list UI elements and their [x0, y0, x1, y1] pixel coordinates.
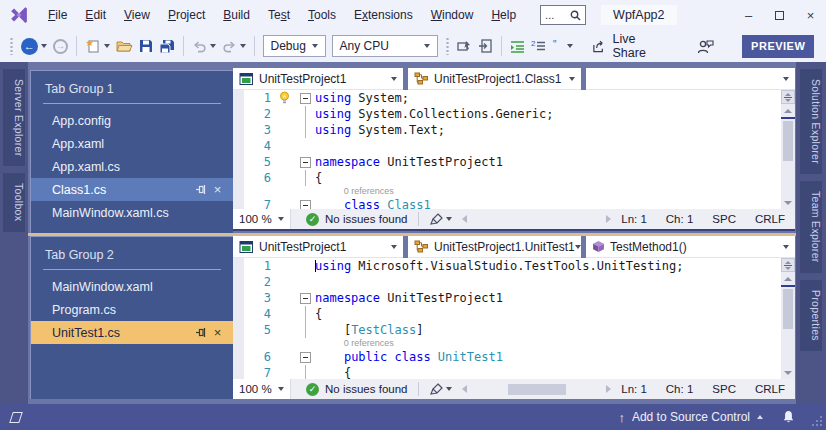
minimize-button[interactable]: – [733, 0, 764, 30]
code-area[interactable]: 1using System;2using System.Collections.… [233, 90, 795, 209]
file-tab-app.xaml[interactable]: App.xaml× [31, 132, 233, 155]
collapse-icon[interactable] [300, 93, 311, 104]
save-all-button[interactable] [156, 34, 178, 58]
file-tab-mainwindow.xaml[interactable]: MainWindow.xaml× [31, 275, 233, 298]
navigate-forward-button[interactable]: → [50, 34, 71, 58]
outlining-margin[interactable] [295, 106, 315, 122]
close-icon[interactable]: × [209, 182, 226, 197]
sidebar-tab-server-explorer[interactable]: Server Explorer [3, 69, 25, 166]
undo-button[interactable] [189, 34, 219, 58]
send-feedback-button[interactable] [694, 34, 717, 58]
collapse-icon[interactable] [300, 352, 311, 363]
maximize-button[interactable] [764, 0, 795, 30]
collapse-icon[interactable] [300, 157, 311, 168]
close-button[interactable]: × [795, 0, 826, 30]
zoom-dropdown[interactable]: 100 % [233, 209, 291, 229]
file-tab-program.cs[interactable]: Program.cs× [31, 298, 233, 321]
scroll-down-arrow[interactable] [784, 201, 792, 205]
scroll-down-arrow[interactable] [784, 371, 792, 375]
menu-item-build[interactable]: Build [214, 0, 259, 30]
zoom-dropdown[interactable]: 100 % [233, 379, 291, 399]
menu-item-window[interactable]: Window [422, 0, 483, 30]
document-outline-button[interactable] [475, 34, 496, 58]
file-tab-mainwindow.xaml.cs[interactable]: MainWindow.xaml.cs× [31, 201, 233, 224]
scrollbar-thumb[interactable] [783, 289, 793, 329]
redo-button[interactable] [219, 34, 249, 58]
nav-dropdown-member[interactable]: TestMethod1() [586, 236, 795, 258]
menu-item-test[interactable]: Test [259, 0, 299, 30]
outlining-margin[interactable] [295, 306, 315, 322]
indent-button[interactable] [507, 34, 528, 58]
scroll-up-arrow[interactable] [784, 109, 792, 113]
sidebar-tab-properties[interactable]: Properties [800, 280, 822, 351]
resize-grip-icon[interactable] [811, 415, 823, 427]
scrollbar-thumb[interactable] [783, 121, 793, 161]
add-to-source-control-button[interactable]: ↑ Add to Source Control [618, 410, 763, 425]
menu-item-extensions[interactable]: Extensions [345, 0, 422, 30]
nav-dropdown-project[interactable]: UnitTestProject1 [233, 236, 403, 258]
menu-item-project[interactable]: Project [159, 0, 214, 30]
splitter-handle[interactable] [781, 258, 795, 272]
close-icon[interactable]: × [209, 325, 226, 340]
outlining-margin[interactable] [295, 154, 315, 170]
comment-button[interactable]: 2 [528, 34, 549, 58]
nav-dropdown-member[interactable] [586, 68, 795, 90]
quote-button[interactable]: " [549, 34, 576, 58]
outlining-margin[interactable] [295, 258, 315, 274]
navigate-back-button[interactable]: ← [18, 34, 50, 58]
live-share-button[interactable]: Live Share [592, 32, 669, 60]
outlining-margin[interactable] [295, 138, 315, 154]
code-area[interactable]: 1using Microsoft.VisualStudio.TestTools.… [233, 258, 795, 379]
outlining-margin[interactable] [295, 90, 315, 106]
vertical-scrollbar[interactable] [781, 90, 795, 209]
outlining-margin[interactable] [295, 274, 315, 290]
format-document-button[interactable] [430, 213, 443, 226]
menu-item-file[interactable]: File [39, 0, 76, 30]
file-tab-app.xaml.cs[interactable]: App.xaml.cs× [31, 155, 233, 178]
outlining-margin[interactable] [295, 322, 315, 338]
configuration-dropdown[interactable]: Debug [263, 35, 326, 57]
issues-message[interactable]: No issues found [325, 213, 407, 225]
issues-message[interactable]: No issues found [325, 383, 407, 395]
new-item-button[interactable] [82, 34, 113, 58]
code-references-label[interactable]: 0 references [233, 338, 781, 349]
preview-button[interactable]: PREVIEW [742, 35, 814, 58]
file-tab-unittest1.cs[interactable]: UnitTest1.cs× [31, 321, 233, 344]
scrollbar-thumb[interactable] [508, 384, 566, 395]
save-button[interactable] [136, 34, 156, 58]
file-tab-class1.cs[interactable]: Class1.cs× [31, 178, 233, 201]
nav-dropdown-project[interactable]: UnitTestProject1 [233, 68, 403, 90]
format-document-button[interactable] [430, 383, 443, 396]
code-references-label[interactable]: 0 references [233, 186, 781, 197]
sidebar-tab-toolbox[interactable]: Toolbox [3, 173, 25, 231]
pin-icon[interactable] [192, 184, 209, 195]
scroll-up-arrow[interactable] [784, 277, 792, 281]
outlining-margin[interactable] [295, 349, 315, 365]
toolbar-grip[interactable] [9, 37, 14, 55]
pin-icon[interactable] [192, 327, 209, 338]
search-box[interactable]: ... [540, 5, 586, 25]
open-file-button[interactable] [113, 34, 136, 58]
file-tab-app.config[interactable]: App.config× [31, 109, 233, 132]
attach-button[interactable] [454, 34, 475, 58]
horizontal-scrollbar[interactable] [462, 384, 611, 395]
menu-item-edit[interactable]: Edit [76, 0, 115, 30]
outlining-margin[interactable] [295, 197, 315, 209]
menu-item-help[interactable]: Help [482, 0, 525, 30]
collapse-icon[interactable] [300, 293, 311, 304]
vertical-scrollbar[interactable] [781, 258, 795, 379]
nav-dropdown-type[interactable]: UnitTestProject1.Class1 [408, 68, 581, 90]
sidebar-tab-solution-explorer[interactable]: Solution Explorer [800, 69, 822, 174]
splitter-handle[interactable] [781, 90, 795, 104]
platform-dropdown[interactable]: Any CPU [332, 35, 438, 57]
scroll-right-arrow[interactable] [606, 215, 611, 223]
collapse-icon[interactable] [300, 200, 311, 210]
sidebar-tab-team-explorer[interactable]: Team Explorer [800, 181, 822, 273]
notifications-button[interactable] [782, 410, 795, 424]
outlining-margin[interactable] [295, 365, 315, 379]
scroll-right-arrow[interactable] [606, 385, 611, 393]
menu-item-view[interactable]: View [115, 0, 159, 30]
scroll-left-arrow[interactable] [462, 385, 467, 393]
outlining-margin[interactable] [295, 170, 315, 186]
nav-dropdown-type[interactable]: UnitTestProject1.UnitTest1 [408, 236, 581, 258]
